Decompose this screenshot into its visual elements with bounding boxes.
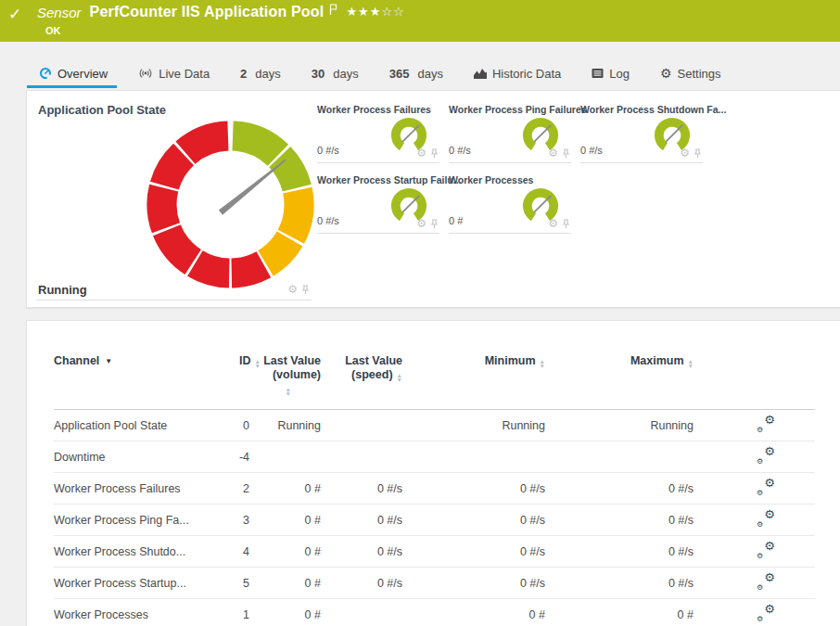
last-value-volume: 0 #: [261, 482, 333, 495]
column-header-channel[interactable]: Channel▼: [54, 354, 235, 368]
pin-icon[interactable]: [562, 148, 570, 159]
column-header-id[interactable]: ID▲▼: [235, 354, 261, 368]
pin-icon[interactable]: [694, 148, 702, 159]
tab-label: Live Data: [159, 67, 210, 81]
tab-2-days[interactable]: 2 days: [240, 67, 281, 81]
gauge-settings-gear-icon[interactable]: ⚙: [548, 148, 558, 159]
last-value-speed: 0 #/s: [333, 577, 414, 590]
table-row[interactable]: Worker Process Failures 2 0 # 0 #/s 0 #/…: [54, 473, 815, 505]
channel-name[interactable]: Worker Process Failures: [54, 482, 235, 495]
maximum-value: 0 #/s: [556, 545, 705, 558]
small-gauge-tile: Worker Process Failures 0 #/s ⚙: [317, 104, 439, 163]
maximum-value: 0 #/s: [556, 482, 705, 495]
sort-arrows-icon: ▲▼: [286, 387, 291, 396]
sort-arrows-icon: ▲▼: [540, 359, 545, 368]
gauge-value: 0 #/s: [449, 145, 471, 156]
log-icon: [592, 68, 604, 79]
tab-log[interactable]: Log: [592, 67, 630, 81]
tab-label: Settings: [678, 67, 721, 81]
last-value-speed: 0 #/s: [333, 514, 414, 527]
gauge-value: Running: [38, 283, 87, 297]
channel-settings-icon[interactable]: ⚙⚙: [757, 447, 775, 464]
tab-365-days[interactable]: 365 days: [389, 67, 443, 81]
channels-panel: Channel▼ ID▲▼ Last Value (volume) ▲▼ Las…: [26, 320, 840, 626]
channel-name[interactable]: Application Pool State: [54, 419, 235, 432]
last-value-volume: 0 #: [261, 514, 333, 527]
column-header-maximum[interactable]: Maximum▲▼: [556, 354, 705, 368]
channel-name[interactable]: Worker Process Startup...: [54, 577, 235, 590]
gauge-settings-gear-icon[interactable]: ⚙: [680, 148, 690, 159]
channel-settings-icon[interactable]: ⚙⚙: [757, 415, 775, 432]
table-row[interactable]: Worker Process Shutdo... 4 0 # 0 #/s 0 #…: [54, 536, 815, 568]
tab-historic-data[interactable]: Historic Data: [474, 67, 561, 81]
tab-label: days: [333, 67, 358, 81]
sensor-header: ✓ Sensor PerfCounter IIS Application Poo…: [0, 0, 840, 42]
tab-settings[interactable]: ⚙ Settings: [660, 67, 721, 81]
gauges-panel: Application Pool State Running ⚙ Worker …: [26, 90, 840, 308]
table-row[interactable]: Worker Process Ping Fa... 3 0 # 0 #/s 0 …: [54, 505, 815, 536]
channel-settings-icon[interactable]: ⚙⚙: [757, 573, 775, 590]
channel-name[interactable]: Worker Processes: [54, 608, 235, 621]
last-value-volume: Running: [261, 419, 333, 432]
maximum-value: Running: [556, 419, 705, 432]
sensor-title: PerfCounter IIS Application Pool: [90, 4, 325, 20]
pin-icon[interactable]: [430, 219, 439, 229]
channel-name[interactable]: Worker Process Shutdo...: [54, 545, 235, 558]
flag-icon[interactable]: [329, 4, 337, 16]
table-row[interactable]: Worker Processes 1 0 # 0 # 0 # ⚙⚙: [54, 599, 815, 626]
channel-settings-icon[interactable]: ⚙⚙: [757, 605, 775, 621]
pin-icon[interactable]: [562, 219, 570, 229]
tab-label: Historic Data: [492, 67, 561, 81]
column-header-last-value-volume[interactable]: Last Value (volume) ▲▼: [261, 354, 333, 396]
sort-arrows-icon: ▲▼: [688, 359, 694, 368]
minimum-value: 0 #/s: [414, 545, 556, 558]
channel-settings-icon[interactable]: ⚙⚙: [757, 479, 775, 495]
gauge-icon: [39, 67, 52, 80]
gauge-settings-gear-icon[interactable]: ⚙: [416, 219, 426, 229]
gauge-value: 0 #: [449, 215, 463, 226]
channel-id: 3: [235, 514, 261, 527]
chevron-down-icon: ▼: [105, 357, 112, 365]
table-row[interactable]: Application Pool State 0 Running Running…: [54, 410, 815, 441]
gauge-title: Application Pool State: [38, 103, 166, 117]
small-gauge-tile: Worker Process Startup Failu... 0 #/s ⚙: [317, 174, 439, 234]
tab-label: Log: [609, 67, 630, 81]
gauge-settings-gear-icon[interactable]: ⚙: [548, 219, 558, 229]
chart-icon: [474, 68, 487, 80]
broadcast-icon: [138, 68, 153, 79]
small-gauge-tile: Worker Processes 0 # ⚙: [449, 174, 571, 234]
maximum-value: 0 #/s: [556, 514, 705, 527]
minimum-value: Running: [414, 419, 556, 432]
gauge-settings-gear-icon[interactable]: ⚙: [416, 148, 426, 159]
sensor-type-label: Sensor: [37, 5, 82, 20]
table-row[interactable]: Worker Process Startup... 5 0 # 0 #/s 0 …: [54, 568, 815, 599]
tab-live-data[interactable]: Live Data: [138, 67, 210, 81]
channel-settings-icon[interactable]: ⚙⚙: [757, 510, 775, 527]
tab-30-days[interactable]: 30 days: [312, 67, 359, 81]
channel-table: Channel▼ ID▲▼ Last Value (volume) ▲▼ Las…: [54, 354, 815, 626]
tab-label: days: [417, 67, 442, 81]
column-header-minimum[interactable]: Minimum▲▼: [414, 354, 556, 368]
minimum-value: 0 #/s: [414, 514, 556, 527]
last-value-volume: 0 #: [261, 577, 333, 590]
column-header-last-value-speed[interactable]: Last Value (speed)▲▼: [333, 354, 414, 382]
channel-name[interactable]: Worker Process Ping Fa...: [54, 514, 235, 527]
status-text: OK: [45, 25, 61, 36]
gear-icon: ⚙: [660, 67, 672, 80]
minimum-value: 0 #/s: [414, 577, 556, 590]
status-check-icon: ✓: [8, 5, 21, 24]
pin-icon[interactable]: [301, 285, 310, 295]
tab-overview[interactable]: Overview: [39, 67, 108, 81]
tab-label: days: [255, 67, 280, 81]
pin-icon[interactable]: [430, 148, 439, 159]
channel-id: -4: [235, 451, 261, 464]
channel-name[interactable]: Downtime: [54, 451, 235, 464]
last-value-volume: 0 #: [261, 545, 333, 558]
priority-stars[interactable]: ★★★☆☆: [346, 5, 404, 19]
table-row[interactable]: Downtime -4 ⚙⚙: [54, 441, 815, 473]
channel-id: 4: [235, 545, 261, 558]
gauge-settings-gear-icon[interactable]: ⚙: [287, 285, 298, 295]
channel-settings-icon[interactable]: ⚙⚙: [757, 542, 775, 558]
sort-arrows-icon: ▲▼: [397, 373, 402, 382]
gauge-title: Worker Process Ping Failures: [449, 104, 587, 115]
